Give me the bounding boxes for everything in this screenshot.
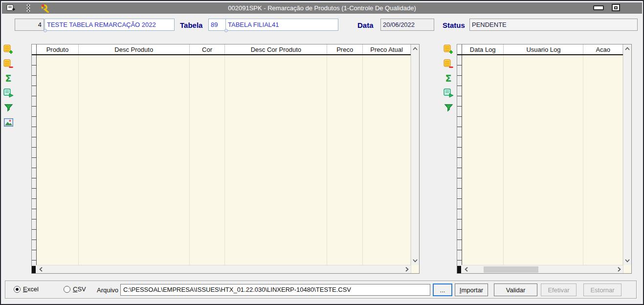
radio-csv[interactable]: CSV <box>64 285 86 293</box>
table-id-field: 4 <box>15 19 44 31</box>
sum-icon[interactable]: Σ <box>443 73 454 84</box>
products-grid[interactable]: Produto Desc Produto Cor Desc Cor Produt… <box>31 44 420 274</box>
scroll-down-icon[interactable] <box>411 257 419 265</box>
products-grid-header: Produto Desc Produto Cor Desc Cor Produt… <box>32 44 411 55</box>
app-window: 002091SPK - Remarcação de Produtos (1-Co… <box>0 0 644 305</box>
add-row-icon[interactable] <box>3 44 14 54</box>
radio-excel[interactable]: Excel <box>14 285 39 293</box>
column-header-desc-produto[interactable]: Desc Produto <box>79 44 190 54</box>
scroll-left-icon[interactable] <box>462 265 470 274</box>
log-horizontal-scrollbar[interactable] <box>457 265 623 273</box>
products-toolbar: Σ <box>2 44 14 128</box>
scroll-left-icon[interactable] <box>37 265 44 274</box>
column-header-preco[interactable]: Preco <box>327 44 363 54</box>
scrollbar-thumb[interactable] <box>484 266 538 273</box>
arquivo-label: Arquivo <box>97 286 118 294</box>
scroll-right-icon[interactable] <box>615 265 623 274</box>
export-grid-icon[interactable] <box>3 88 14 98</box>
column-header-preco-atual[interactable]: Preco Atual <box>363 44 411 54</box>
minimize-button[interactable] <box>593 5 604 10</box>
export-grid-icon[interactable] <box>443 88 454 98</box>
file-path-input[interactable]: C:\PESSOAL\EMPRESA\ISSUES\HTX_01.22.030\… <box>120 284 430 296</box>
log-grid[interactable]: Data Log Usuario Log Acao <box>457 44 632 274</box>
window-title: 002091SPK - Remarcação de Produtos (1-Co… <box>2 2 642 14</box>
products-grid-body[interactable] <box>32 55 411 265</box>
data-label: Data <box>357 21 374 29</box>
importar-button[interactable]: Importar <box>455 283 488 296</box>
browse-button[interactable]: ... <box>433 283 452 296</box>
column-header-cor[interactable]: Cor <box>190 44 225 54</box>
column-header-usuario-log[interactable]: Usuario Log <box>504 44 583 54</box>
row-selector-column <box>32 55 37 265</box>
column-header-desc-cor-produto[interactable]: Desc Cor Produto <box>225 44 327 54</box>
scroll-origin-mark <box>32 266 36 273</box>
column-header-produto[interactable]: Produto <box>37 44 79 54</box>
title-bar[interactable]: 002091SPK - Remarcação de Produtos (1-Co… <box>2 2 642 14</box>
tabela-desc-field[interactable]: TABELA FILIAL41 <box>225 19 338 31</box>
column-header-acao[interactable]: Acao <box>583 44 623 54</box>
radio-excel-dot[interactable] <box>14 286 21 293</box>
scrollbar-corner <box>623 265 631 273</box>
products-vertical-scrollbar[interactable] <box>411 44 419 265</box>
estornar-button: Estornar <box>583 283 622 296</box>
import-panel: Excel CSV Arquivo C:\PESSOAL\EMPRESA\ISS… <box>5 281 637 299</box>
log-grid-body[interactable] <box>457 55 623 265</box>
scroll-up-icon[interactable] <box>411 44 419 53</box>
data-field: 20/06/2022 <box>380 19 434 31</box>
scrollbar-corner <box>411 265 419 273</box>
log-grid-header: Data Log Usuario Log Acao <box>457 44 623 55</box>
delete-row-icon[interactable] <box>3 59 14 69</box>
radio-csv-dot[interactable] <box>64 286 70 293</box>
maximize-button[interactable] <box>612 4 620 11</box>
delete-row-icon[interactable] <box>443 59 454 69</box>
row-selector-header <box>457 44 462 54</box>
filter-icon[interactable] <box>3 103 14 113</box>
status-label: Status <box>443 21 465 29</box>
scroll-origin-mark <box>457 266 461 273</box>
row-selector-header <box>32 44 37 54</box>
window-controls <box>593 4 620 11</box>
sum-icon[interactable]: Σ <box>3 73 14 84</box>
scroll-up-icon[interactable] <box>623 44 631 53</box>
products-horizontal-scrollbar[interactable] <box>32 265 411 273</box>
scroll-right-icon[interactable] <box>403 265 411 274</box>
scroll-down-icon[interactable] <box>623 257 631 265</box>
status-field: PENDENTE <box>469 19 638 31</box>
tabela-code-field[interactable]: 89 <box>208 19 226 31</box>
tabela-label: Tabela <box>180 21 202 29</box>
efetivar-button: Efetivar <box>541 283 577 296</box>
radio-excel-label: Excel <box>23 285 39 293</box>
table-name-field[interactable]: TESTE TABELA REMARCAÇÃO 2022 <box>44 19 175 31</box>
column-header-data-log[interactable]: Data Log <box>462 44 504 54</box>
header-fields: 4 TESTE TABELA REMARCAÇÃO 2022 Tabela 89… <box>1 19 643 35</box>
image-icon[interactable] <box>3 117 14 128</box>
radio-csv-label: CSV <box>73 285 86 293</box>
filter-icon[interactable] <box>443 103 454 113</box>
log-vertical-scrollbar[interactable] <box>623 44 631 265</box>
row-selector-column <box>457 55 462 265</box>
validar-button[interactable]: Validar <box>494 283 537 296</box>
add-row-icon[interactable] <box>443 44 454 54</box>
log-toolbar: Σ <box>443 44 454 113</box>
